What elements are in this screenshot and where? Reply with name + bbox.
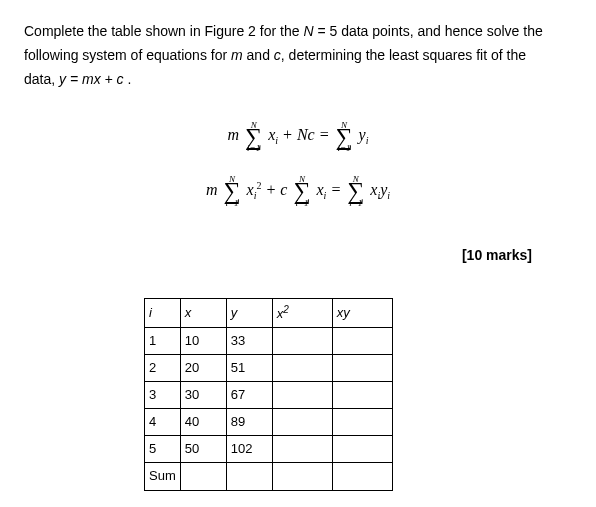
var-m: m bbox=[231, 47, 243, 63]
cell-i: 2 bbox=[145, 355, 181, 382]
text: . bbox=[124, 71, 132, 87]
term-xi: xi bbox=[268, 126, 278, 143]
cell-sum-x bbox=[180, 463, 226, 490]
plus: + bbox=[265, 181, 280, 198]
cell-x2 bbox=[272, 409, 332, 436]
sigma-icon: N ∑ i=1 bbox=[245, 127, 262, 147]
cell-y: 67 bbox=[226, 382, 272, 409]
table-sum-row: Sum bbox=[145, 463, 393, 490]
cell-i: 3 bbox=[145, 382, 181, 409]
cell-i: 5 bbox=[145, 436, 181, 463]
term-Nc: Nc bbox=[297, 126, 315, 143]
table-row: 5 50 102 bbox=[145, 436, 393, 463]
table-row: 4 40 89 bbox=[145, 409, 393, 436]
var-N: N bbox=[303, 23, 313, 39]
cell-y: 51 bbox=[226, 355, 272, 382]
sigma-icon: N ∑ i=1 bbox=[293, 181, 310, 201]
cell-sum-label: Sum bbox=[145, 463, 181, 490]
cell-y: 89 bbox=[226, 409, 272, 436]
cell-x2 bbox=[272, 327, 332, 354]
cell-i: 1 bbox=[145, 327, 181, 354]
term-yi: yi bbox=[359, 126, 369, 143]
cell-xy bbox=[332, 409, 392, 436]
sigma-icon: N ∑ i=1 bbox=[223, 181, 240, 201]
equals: = bbox=[319, 126, 334, 143]
col-header-i: i bbox=[145, 298, 181, 327]
cell-x2 bbox=[272, 436, 332, 463]
table-header-row: i x y x2 xy bbox=[145, 298, 393, 327]
cell-sum-xy bbox=[332, 463, 392, 490]
model-eq: y = mx + c bbox=[59, 71, 124, 87]
col-header-x: x bbox=[180, 298, 226, 327]
equals: = bbox=[330, 181, 345, 198]
cell-xy bbox=[332, 355, 392, 382]
term-xi2: xi2 bbox=[247, 181, 262, 198]
table-row: 1 10 33 bbox=[145, 327, 393, 354]
cell-sum-y bbox=[226, 463, 272, 490]
text: , determining the least squares fit of t… bbox=[281, 47, 526, 63]
plus: + bbox=[282, 126, 297, 143]
text: Complete the table shown in Figure 2 for… bbox=[24, 23, 303, 39]
col-header-xy: xy bbox=[332, 298, 392, 327]
cell-xy bbox=[332, 327, 392, 354]
sigma-icon: N ∑ i=1 bbox=[335, 127, 352, 147]
table-row: 2 20 51 bbox=[145, 355, 393, 382]
text: = 5 data points, and hence solve the bbox=[314, 23, 543, 39]
cell-sum-x2 bbox=[272, 463, 332, 490]
cell-x: 30 bbox=[180, 382, 226, 409]
cell-x: 10 bbox=[180, 327, 226, 354]
data-table: i x y x2 xy 1 10 33 2 20 51 3 30 67 4 40… bbox=[144, 298, 393, 491]
equation-1: m N ∑ i=1 xi + Nc = N ∑ i=1 yi bbox=[24, 121, 572, 149]
text: following system of equations for bbox=[24, 47, 231, 63]
term-xiyi: xiyi bbox=[370, 181, 390, 198]
marks-label: [10 marks] bbox=[24, 244, 572, 268]
var-c: c bbox=[274, 47, 281, 63]
coef-c: c bbox=[280, 181, 287, 198]
coef-m: m bbox=[228, 126, 240, 143]
text: and bbox=[243, 47, 274, 63]
text: data, bbox=[24, 71, 59, 87]
cell-xy bbox=[332, 436, 392, 463]
term-xi: xi bbox=[317, 181, 327, 198]
sigma-icon: N ∑ i=1 bbox=[347, 181, 364, 201]
cell-x2 bbox=[272, 355, 332, 382]
equation-2: m N ∑ i=1 xi2 + c N ∑ i=1 xi = N ∑ i=1 x… bbox=[24, 176, 572, 204]
cell-x2 bbox=[272, 382, 332, 409]
cell-y: 33 bbox=[226, 327, 272, 354]
cell-y: 102 bbox=[226, 436, 272, 463]
cell-x: 20 bbox=[180, 355, 226, 382]
cell-x: 50 bbox=[180, 436, 226, 463]
cell-x: 40 bbox=[180, 409, 226, 436]
cell-i: 4 bbox=[145, 409, 181, 436]
col-header-x2: x2 bbox=[272, 298, 332, 327]
cell-xy bbox=[332, 382, 392, 409]
problem-statement: Complete the table shown in Figure 2 for… bbox=[24, 20, 572, 91]
table-row: 3 30 67 bbox=[145, 382, 393, 409]
coef-m: m bbox=[206, 181, 218, 198]
col-header-y: y bbox=[226, 298, 272, 327]
